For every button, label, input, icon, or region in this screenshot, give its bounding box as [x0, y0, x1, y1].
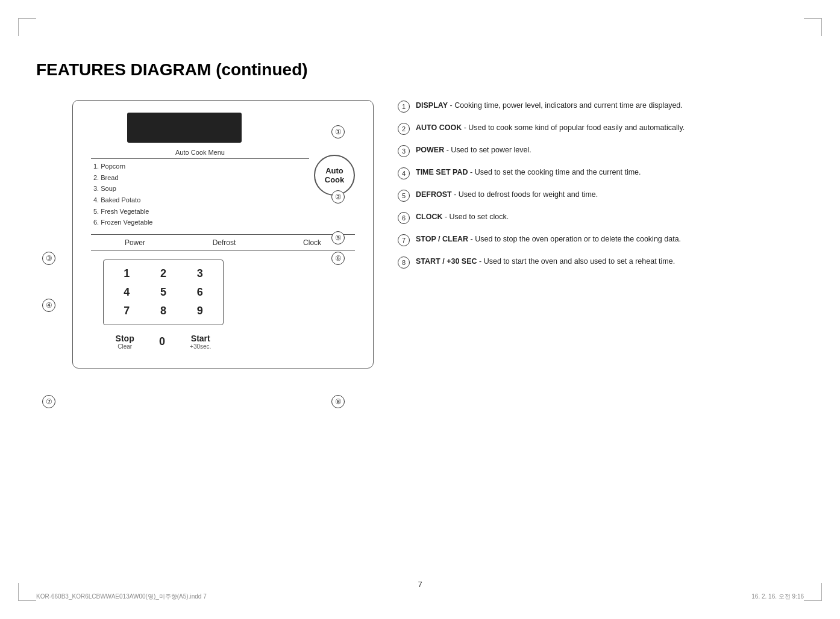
- diagram-area: Auto Cook Menu 1. Popcorn 2. Bread 3. So…: [36, 94, 374, 369]
- key-9[interactable]: 9: [189, 305, 211, 317]
- desc-circle-8: 8: [398, 257, 410, 269]
- defrost-label[interactable]: Defrost: [213, 238, 236, 247]
- auto-cook-menu-label: Auto Cook Menu: [91, 149, 309, 156]
- display-screen: [127, 113, 242, 143]
- key-7[interactable]: 7: [116, 305, 138, 317]
- clock-label[interactable]: Clock: [303, 238, 321, 247]
- callout-1: ①: [331, 125, 345, 138]
- menu-item-1: 1. Popcorn: [93, 161, 309, 172]
- corner-mark-tr: [804, 18, 822, 36]
- desc-item-7: 7STOP / CLEAR - Used to stop the oven op…: [398, 234, 804, 246]
- callout-6: ⑥: [331, 252, 345, 265]
- key-0[interactable]: 0: [159, 335, 165, 348]
- desc-item-5: 5DEFROST - Used to defrost foods for wei…: [398, 189, 804, 202]
- desc-text-1: DISPLAY - Cooking time, power level, ind…: [416, 100, 683, 111]
- desc-text-8: START / +30 SEC - Used to start the oven…: [416, 256, 675, 267]
- desc-text-3: POWER - Used to set power level.: [416, 145, 531, 156]
- menu-item-4: 4. Baked Potato: [93, 194, 309, 206]
- desc-circle-5: 5: [398, 190, 410, 202]
- corner-mark-tl: [18, 18, 36, 36]
- power-label[interactable]: Power: [125, 238, 145, 247]
- menu-items: 1. Popcorn 2. Bread 3. Soup 4. Baked Pot…: [91, 161, 309, 228]
- numpad: 1 2 3 4 5 6 7 8 9: [103, 260, 224, 325]
- callout-7: ⑦: [42, 395, 55, 408]
- start-button[interactable]: Start +30sec.: [190, 334, 211, 350]
- descriptions: 1DISPLAY - Cooking time, power level, in…: [398, 94, 804, 278]
- auto-cook-menu: Auto Cook Menu 1. Popcorn 2. Bread 3. So…: [91, 149, 309, 228]
- desc-text-5: DEFROST - Used to defrost foods for weig…: [416, 189, 598, 201]
- pdc-row: Power Defrost Clock: [91, 234, 355, 251]
- callout-5: ⑤: [331, 231, 345, 244]
- key-4[interactable]: 4: [116, 286, 138, 299]
- main-layout: Auto Cook Menu 1. Popcorn 2. Bread 3. So…: [36, 94, 804, 369]
- callout-2: ②: [331, 190, 345, 204]
- bottom-row: Stop Clear 0 Start +30sec.: [103, 334, 224, 350]
- menu-item-5: 5. Fresh Vegetable: [93, 206, 309, 217]
- key-6[interactable]: 6: [189, 286, 211, 299]
- menu-item-6: 6. Frozen Vegetable: [93, 217, 309, 228]
- stop-clear-button[interactable]: Stop Clear: [116, 334, 134, 350]
- desc-circle-7: 7: [398, 234, 410, 246]
- desc-item-6: 6CLOCK - Used to set clock.: [398, 211, 804, 224]
- desc-item-4: 4TIME SET PAD - Used to set the cooking …: [398, 167, 804, 179]
- desc-circle-4: 4: [398, 167, 410, 179]
- microwave-box: Auto Cook Menu 1. Popcorn 2. Bread 3. So…: [72, 100, 374, 369]
- auto-cook-row: Auto Cook Menu 1. Popcorn 2. Bread 3. So…: [91, 149, 355, 228]
- callout-3: ③: [42, 252, 55, 265]
- menu-item-3: 3. Soup: [93, 183, 309, 194]
- desc-text-2: AUTO COOK - Used to cook some kind of po…: [416, 122, 685, 134]
- desc-circle-6: 6: [398, 212, 410, 224]
- desc-item-8: 8START / +30 SEC - Used to start the ove…: [398, 256, 804, 269]
- footer-right: 16. 2. 16. 오전 9:16: [751, 593, 804, 601]
- key-3[interactable]: 3: [189, 267, 211, 280]
- page-title: FEATURES DIAGRAM (continued): [36, 60, 804, 79]
- desc-text-7: STOP / CLEAR - Used to stop the oven ope…: [416, 234, 681, 245]
- callout-8: ⑧: [331, 395, 345, 408]
- corner-mark-bl: [18, 583, 36, 601]
- desc-circle-1: 1: [398, 101, 410, 113]
- menu-divider-top: [91, 158, 309, 159]
- page-number: 7: [418, 580, 422, 589]
- desc-item-2: 2AUTO COOK - Used to cook some kind of p…: [398, 122, 804, 135]
- desc-text-6: CLOCK - Used to set clock.: [416, 211, 509, 223]
- key-5[interactable]: 5: [152, 286, 175, 299]
- callout-4: ④: [42, 299, 55, 312]
- key-8[interactable]: 8: [152, 305, 175, 317]
- desc-text-4: TIME SET PAD - Used to set the cooking t…: [416, 167, 641, 178]
- footer-left: KOR-660B3_KOR6LCBWWAE013AW00(영)_미주향(A5).…: [36, 593, 207, 601]
- key-2[interactable]: 2: [152, 267, 175, 280]
- menu-item-2: 2. Bread: [93, 172, 309, 184]
- key-1[interactable]: 1: [116, 267, 138, 280]
- auto-cook-button[interactable]: Auto Cook: [314, 155, 355, 196]
- desc-circle-3: 3: [398, 145, 410, 157]
- desc-item-3: 3POWER - Used to set power level.: [398, 145, 804, 157]
- corner-mark-br: [804, 583, 822, 601]
- desc-item-1: 1DISPLAY - Cooking time, power level, in…: [398, 100, 804, 113]
- desc-circle-2: 2: [398, 123, 410, 135]
